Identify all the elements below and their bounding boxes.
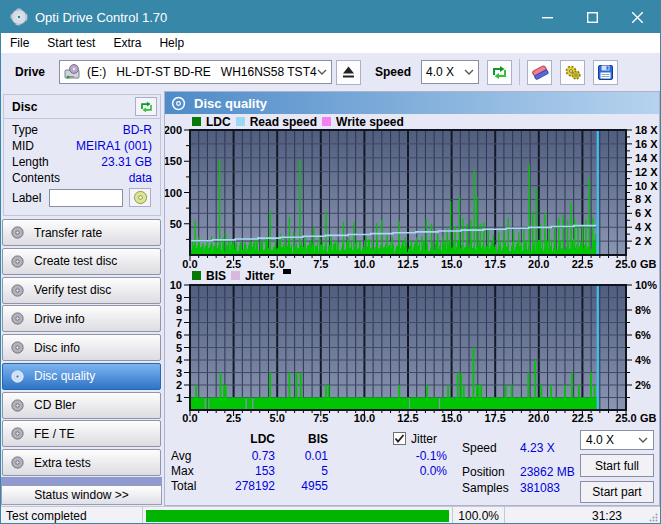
disc-label-input[interactable] — [49, 189, 123, 207]
disc-property-contents: Contentsdata — [4, 170, 160, 186]
disc-icon — [10, 455, 25, 470]
tick-label: GB — [640, 258, 657, 270]
sidebar-item-create-test-disc[interactable]: Create test disc — [2, 248, 161, 275]
sidebar-item-cd-bler[interactable]: CD Bler — [2, 392, 161, 419]
menu-extra[interactable]: Extra — [104, 33, 150, 53]
menu-start-test[interactable]: Start test — [38, 33, 104, 53]
tick-label: 4% — [635, 354, 651, 366]
tools-button[interactable] — [560, 60, 585, 85]
test-speed-value: 4.0 X — [586, 433, 614, 447]
tick-label: 0.0 — [182, 412, 197, 424]
tick-label: 17.5 — [484, 412, 505, 424]
property-label: MID — [12, 139, 34, 153]
tick-label: 10.0 — [354, 258, 375, 270]
menu-help[interactable]: Help — [150, 33, 193, 53]
sidebar-item-disc-info[interactable]: Disc info — [2, 334, 161, 361]
write-label-button[interactable] — [129, 188, 151, 207]
speed-info-value: 4.23 X — [520, 441, 555, 455]
property-label: Length — [12, 155, 49, 169]
maximize-button[interactable] — [570, 1, 615, 33]
tick-label: 4 X — [635, 221, 652, 233]
panel-title: Disc quality — [194, 96, 267, 111]
sidebar-item-verify-test-disc[interactable]: Verify test disc — [2, 277, 161, 304]
close-button[interactable] — [615, 1, 660, 33]
sidebar-item-fe-te[interactable]: FE / TE — [2, 420, 161, 447]
sidebar-item-label: Create test disc — [34, 254, 117, 268]
minimize-button[interactable] — [525, 1, 570, 33]
disc-icon — [10, 283, 25, 298]
sidebar-item-disc-quality[interactable]: Disc quality — [2, 363, 161, 390]
app-window: Opti Drive Control 1.70 FileStart testEx… — [0, 0, 661, 524]
menu-file[interactable]: File — [1, 33, 38, 53]
disc-panel-title: Disc — [12, 100, 37, 114]
eject-button[interactable] — [336, 60, 361, 85]
tick-label: 16 X — [635, 138, 658, 150]
sidebar-item-label: Transfer rate — [34, 226, 102, 240]
sidebar-item-drive-info[interactable]: Drive info — [2, 305, 161, 332]
save-icon — [597, 64, 614, 81]
chevron-down-icon — [317, 69, 327, 75]
toolbar-separator — [519, 59, 520, 85]
chevron-down-icon — [464, 69, 474, 75]
sidebar-item-label: Drive info — [34, 312, 85, 326]
disc-label-caption: Label — [12, 191, 41, 205]
jitter-checkbox[interactable] — [393, 432, 406, 445]
titlebar: Opti Drive Control 1.70 — [1, 1, 660, 33]
tick-label: 9 — [176, 292, 182, 304]
tick-label: 100 — [165, 187, 182, 199]
position-info-label: Position — [462, 465, 505, 479]
menubar: FileStart testExtraHelp — [1, 33, 660, 53]
max-bis: 5 — [283, 464, 328, 478]
erase-disc-button[interactable] — [527, 60, 552, 85]
disc-icon — [10, 225, 25, 240]
elapsed-time: 31:23 — [592, 509, 622, 523]
tick-label: 22.5 — [572, 258, 593, 270]
sidebar-item-label: Disc quality — [34, 369, 95, 383]
sidebar-item-transfer-rate[interactable]: Transfer rate — [2, 219, 161, 246]
tick-label: 6 — [176, 329, 182, 341]
speed-value: 4.0 X — [426, 65, 454, 79]
tick-label: 5 — [176, 342, 182, 354]
total-bis: 4955 — [283, 479, 328, 493]
speed-select[interactable]: 4.0 X — [421, 60, 479, 84]
statusbar: Test completed 100.0% 31:23 — [1, 506, 660, 524]
sidebar-item-extra-tests[interactable]: Extra tests — [2, 449, 161, 476]
test-speed-select[interactable]: 4.0 X — [580, 430, 654, 450]
start-full-button[interactable]: Start full — [580, 454, 654, 477]
tick-label: 17.5 — [484, 258, 505, 270]
drive-select[interactable]: (E:) HL-DT-ST BD-RE WH16NS58 TST4 — [59, 60, 332, 84]
col-header-bis: BIS — [283, 432, 328, 446]
tick-label: 10% — [635, 279, 657, 291]
status-window-button[interactable]: Status window >> — [1, 485, 162, 505]
tick-label: 50 — [170, 218, 182, 230]
tick-label: 150 — [165, 155, 182, 167]
progress-percent: 100.0% — [458, 509, 499, 523]
bis-chart: 0.02.55.07.510.012.515.017.520.022.525.0… — [165, 278, 659, 428]
sidebar-item-label: FE / TE — [34, 427, 74, 441]
panel-header: Disc quality — [165, 92, 659, 114]
close-icon — [632, 12, 643, 23]
tick-label: 20.0 — [528, 258, 549, 270]
start-part-label: Start part — [592, 485, 641, 499]
eject-icon — [341, 65, 356, 79]
refresh-button[interactable] — [487, 60, 512, 85]
chevron-down-icon — [638, 437, 648, 443]
row-label-total: Total — [171, 479, 196, 493]
start-part-button[interactable]: Start part — [580, 481, 654, 503]
speed-info-label: Speed — [462, 441, 497, 455]
tick-label: GB — [640, 412, 657, 424]
save-button[interactable] — [593, 60, 618, 85]
tick-label: 15.0 — [441, 258, 462, 270]
tick-label: 14 X — [635, 152, 658, 164]
drive-label: Drive — [15, 65, 45, 79]
refresh-icon — [139, 100, 154, 114]
tick-label: 12.5 — [397, 412, 418, 424]
disc-refresh-button[interactable] — [135, 97, 157, 116]
disc-quality-panel: Disc quality LDCRead speedWrite speed 0.… — [164, 91, 660, 506]
disc-icon — [10, 426, 25, 441]
samples-info-value: 381083 — [520, 481, 560, 495]
resize-grip[interactable] — [649, 513, 658, 522]
tick-label: 20.0 — [528, 412, 549, 424]
col-header-jitter: Jitter — [411, 432, 437, 446]
tick-label: 6 X — [635, 207, 652, 219]
